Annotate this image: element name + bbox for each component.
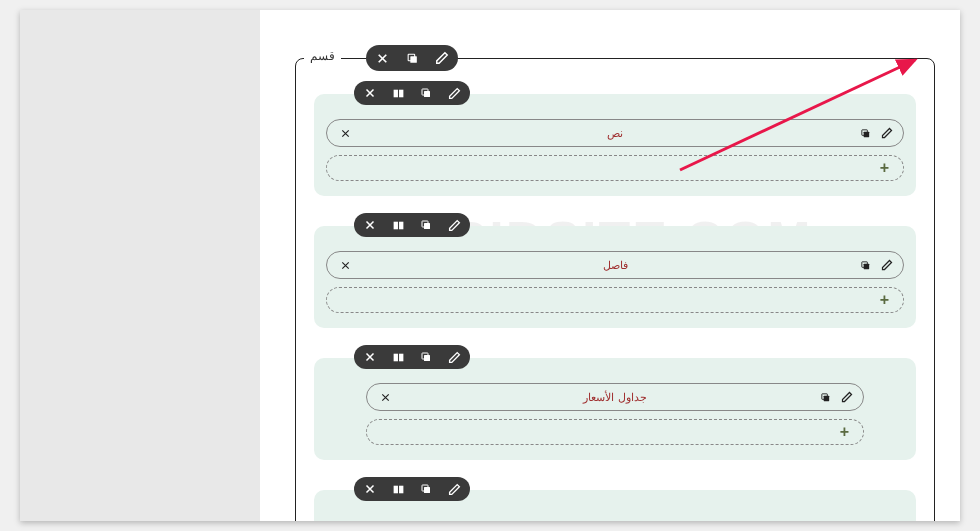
content-label: فاصل: [603, 259, 628, 272]
svg-rect-8: [424, 223, 430, 229]
block-toolbar: [354, 213, 470, 237]
block-partial: [314, 490, 916, 521]
block-toolbar: [354, 477, 470, 501]
svg-rect-22: [393, 485, 397, 493]
copy-icon[interactable]: [416, 347, 436, 367]
block-pricing-tables: جداول الأسعار +: [314, 358, 916, 460]
section-toolbar: [366, 45, 458, 71]
copy-icon[interactable]: [416, 83, 436, 103]
edit-icon[interactable]: [839, 389, 855, 405]
svg-rect-11: [399, 221, 403, 229]
block-toolbar: [354, 345, 470, 369]
block-text: نص +: [314, 94, 916, 196]
close-icon[interactable]: [360, 479, 380, 499]
columns-icon[interactable]: [388, 347, 408, 367]
close-icon[interactable]: [377, 389, 393, 405]
content-item[interactable]: فاصل: [326, 251, 904, 279]
columns-icon[interactable]: [388, 83, 408, 103]
svg-rect-0: [410, 56, 417, 63]
svg-rect-23: [399, 485, 403, 493]
add-content-row[interactable]: +: [366, 419, 864, 445]
block-toolbar: [354, 81, 470, 105]
plus-icon: +: [880, 291, 889, 309]
columns-icon[interactable]: [388, 215, 408, 235]
svg-rect-16: [393, 353, 397, 361]
content-label: جداول الأسعار: [583, 391, 646, 404]
editor-canvas: ORIDSITE.COM قسم: [260, 10, 960, 521]
svg-rect-10: [393, 221, 397, 229]
blocks-list: نص +: [296, 94, 934, 521]
svg-rect-20: [424, 487, 430, 493]
close-icon[interactable]: [337, 125, 353, 141]
close-icon[interactable]: [337, 257, 353, 273]
section-legend: قسم: [304, 49, 341, 63]
svg-rect-18: [823, 395, 829, 401]
content-label: نص: [607, 127, 623, 140]
close-icon[interactable]: [372, 48, 392, 68]
close-icon[interactable]: [360, 83, 380, 103]
add-content-row[interactable]: +: [326, 287, 904, 313]
close-icon[interactable]: [360, 347, 380, 367]
svg-rect-4: [393, 89, 397, 97]
svg-rect-12: [863, 263, 869, 269]
copy-icon[interactable]: [857, 257, 873, 273]
copy-icon[interactable]: [416, 479, 436, 499]
edit-icon[interactable]: [444, 215, 464, 235]
columns-icon[interactable]: [388, 479, 408, 499]
close-icon[interactable]: [360, 215, 380, 235]
plus-icon: +: [880, 159, 889, 177]
edit-icon[interactable]: [444, 347, 464, 367]
svg-rect-6: [863, 131, 869, 137]
content-item[interactable]: نص: [326, 119, 904, 147]
add-content-row[interactable]: +: [326, 155, 904, 181]
section-container: قسم: [295, 58, 935, 521]
svg-rect-14: [424, 355, 430, 361]
edit-icon[interactable]: [444, 83, 464, 103]
svg-rect-2: [424, 91, 430, 97]
app-frame: ORIDSITE.COM قسم: [20, 10, 960, 521]
copy-icon[interactable]: [857, 125, 873, 141]
svg-rect-5: [399, 89, 403, 97]
edit-icon[interactable]: [432, 48, 452, 68]
svg-rect-17: [399, 353, 403, 361]
block-divider: فاصل +: [314, 226, 916, 328]
content-item[interactable]: جداول الأسعار: [366, 383, 864, 411]
copy-icon[interactable]: [416, 215, 436, 235]
plus-icon: +: [840, 423, 849, 441]
edit-icon[interactable]: [879, 257, 895, 273]
copy-icon[interactable]: [817, 389, 833, 405]
copy-icon[interactable]: [402, 48, 422, 68]
edit-icon[interactable]: [879, 125, 895, 141]
edit-icon[interactable]: [444, 479, 464, 499]
